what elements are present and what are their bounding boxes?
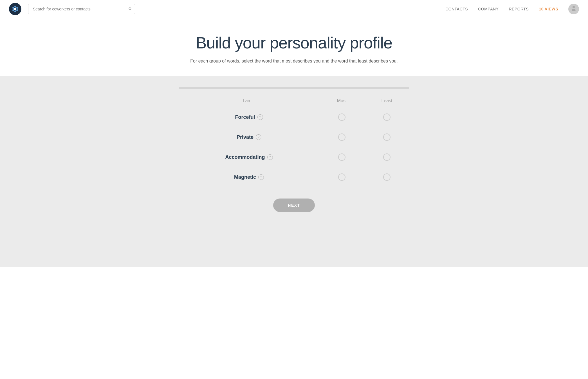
svg-point-7 — [14, 8, 16, 10]
radio-accommodating-most[interactable] — [338, 153, 345, 161]
svg-point-5 — [12, 9, 14, 11]
header-label: I am... — [179, 98, 319, 103]
subtitle-end: . — [396, 59, 398, 63]
table-header: I am... Most Least — [167, 98, 421, 107]
subtitle-mid: and the word that — [321, 59, 358, 63]
table-row: Magnetic ? — [167, 167, 421, 187]
radio-accommodating-least[interactable] — [383, 153, 390, 161]
help-magnetic-icon[interactable]: ? — [258, 174, 264, 180]
word-accommodating: Accommodating ? — [179, 154, 319, 160]
radio-cell-forceful-least — [364, 113, 409, 121]
radio-cell-magnetic-least — [364, 173, 409, 181]
search-input[interactable] — [28, 4, 135, 14]
header-least: Least — [364, 98, 409, 103]
radio-cell-accommodating-most — [319, 153, 364, 161]
svg-point-9 — [572, 9, 576, 11]
header-most: Most — [319, 98, 364, 103]
help-forceful-icon[interactable]: ? — [257, 114, 263, 120]
table-row: Private ? — [167, 127, 421, 147]
radio-forceful-most[interactable] — [338, 113, 345, 121]
nav-links: CONTACTS COMPANY REPORTS 10 VIEWS — [445, 4, 579, 14]
avatar-icon — [570, 5, 577, 13]
subtitle-most: most describes you — [282, 59, 321, 63]
nav-views[interactable]: 10 VIEWS — [539, 7, 558, 11]
radio-magnetic-least[interactable] — [383, 173, 390, 181]
radio-magnetic-most[interactable] — [338, 173, 345, 181]
svg-point-8 — [573, 6, 575, 8]
radio-cell-private-least — [364, 133, 409, 141]
word-forceful: Forceful ? — [179, 114, 319, 120]
next-button[interactable]: NEXT — [273, 199, 315, 212]
word-private: Private ? — [179, 134, 319, 140]
next-section: NEXT — [0, 199, 588, 212]
hero-subtitle: For each group of words, select the word… — [6, 57, 582, 65]
page-title: Build your personality profile — [6, 34, 582, 52]
svg-point-2 — [16, 7, 18, 9]
table-row: Accommodating ? — [167, 147, 421, 167]
subtitle-least: least describes you — [358, 59, 396, 63]
nav-company[interactable]: COMPANY — [478, 7, 499, 11]
svg-point-4 — [14, 10, 16, 12]
nav-contacts[interactable]: CONTACTS — [445, 7, 468, 11]
logo[interactable] — [9, 3, 21, 15]
question-table: I am... Most Least Forceful ? Private ? — [167, 98, 421, 187]
svg-point-6 — [12, 7, 14, 9]
table-row: Forceful ? — [167, 107, 421, 127]
radio-private-least[interactable] — [383, 133, 390, 141]
avatar[interactable] — [568, 4, 579, 14]
nav-reports[interactable]: REPORTS — [509, 7, 529, 11]
help-private-icon[interactable]: ? — [256, 134, 261, 140]
progress-section — [167, 87, 421, 89]
svg-point-3 — [16, 9, 18, 11]
radio-cell-private-most — [319, 133, 364, 141]
help-accommodating-icon[interactable]: ? — [267, 154, 273, 160]
hero-section: Build your personality profile For each … — [0, 18, 588, 76]
radio-cell-magnetic-most — [319, 173, 364, 181]
content-area: I am... Most Least Forceful ? Private ? — [0, 76, 588, 267]
subtitle-pre: For each group of words, select the word… — [190, 59, 282, 63]
radio-cell-forceful-most — [319, 113, 364, 121]
progress-bar-bg — [179, 87, 409, 89]
app-logo-icon — [9, 3, 21, 15]
search-wrap: ⚲ — [28, 4, 135, 14]
navbar: ⚲ CONTACTS COMPANY REPORTS 10 VIEWS — [0, 0, 588, 18]
radio-forceful-least[interactable] — [383, 113, 390, 121]
radio-private-most[interactable] — [338, 133, 345, 141]
radio-cell-accommodating-least — [364, 153, 409, 161]
word-magnetic: Magnetic ? — [179, 174, 319, 180]
svg-point-1 — [14, 6, 16, 8]
